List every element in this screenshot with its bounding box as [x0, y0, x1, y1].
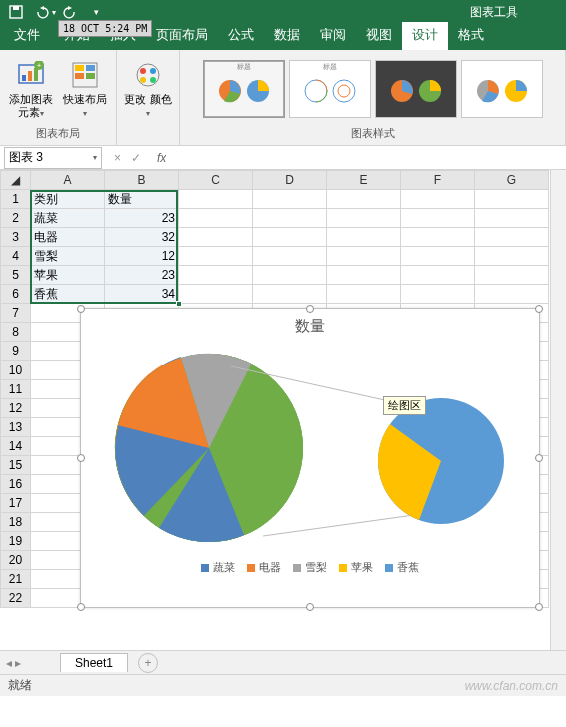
- embedded-chart[interactable]: 数量 绘图区: [80, 308, 540, 608]
- resize-handle-tr[interactable]: [535, 305, 543, 313]
- cell-A6[interactable]: 香蕉: [31, 285, 105, 304]
- cell-G1[interactable]: [475, 190, 549, 209]
- cell-G6[interactable]: [475, 285, 549, 304]
- row-header-16[interactable]: 16: [1, 475, 31, 494]
- col-header-E[interactable]: E: [327, 171, 401, 190]
- row-header-12[interactable]: 12: [1, 399, 31, 418]
- formula-cancel-icon[interactable]: ×: [114, 151, 121, 165]
- cell-B6[interactable]: 34: [105, 285, 179, 304]
- row-header-2[interactable]: 2: [1, 209, 31, 228]
- cell-C5[interactable]: [179, 266, 253, 285]
- sheet-tab-1[interactable]: Sheet1: [60, 653, 128, 672]
- row-header-9[interactable]: 9: [1, 342, 31, 361]
- chart-style-1[interactable]: 标题: [203, 60, 285, 118]
- col-header-F[interactable]: F: [401, 171, 475, 190]
- row-header-13[interactable]: 13: [1, 418, 31, 437]
- chart-title[interactable]: 数量: [81, 309, 539, 336]
- main-pie-chart[interactable]: [99, 336, 319, 556]
- sheet-nav-buttons[interactable]: ◂ ▸: [6, 656, 21, 670]
- tab-design[interactable]: 设计: [402, 22, 448, 50]
- tab-file[interactable]: 文件: [0, 22, 54, 50]
- cell-A4[interactable]: 雪梨: [31, 247, 105, 266]
- resize-handle-tm[interactable]: [306, 305, 314, 313]
- vertical-scrollbar[interactable]: [550, 170, 566, 650]
- col-header-C[interactable]: C: [179, 171, 253, 190]
- tab-formulas[interactable]: 公式: [218, 22, 264, 50]
- cell-E1[interactable]: [327, 190, 401, 209]
- cell-B4[interactable]: 12: [105, 247, 179, 266]
- cell-F5[interactable]: [401, 266, 475, 285]
- formula-confirm-icon[interactable]: ✓: [131, 151, 141, 165]
- cell-D2[interactable]: [253, 209, 327, 228]
- name-box[interactable]: 图表 3 ▾: [4, 147, 102, 169]
- row-header-11[interactable]: 11: [1, 380, 31, 399]
- row-header-5[interactable]: 5: [1, 266, 31, 285]
- row-header-14[interactable]: 14: [1, 437, 31, 456]
- cell-A5[interactable]: 苹果: [31, 266, 105, 285]
- cell-E4[interactable]: [327, 247, 401, 266]
- cell-B1[interactable]: 数量: [105, 190, 179, 209]
- tab-home[interactable]: 开始 18 OCT 5:24 PM: [54, 22, 100, 50]
- tab-view[interactable]: 视图: [356, 22, 402, 50]
- col-header-A[interactable]: A: [31, 171, 105, 190]
- cell-E2[interactable]: [327, 209, 401, 228]
- cell-C2[interactable]: [179, 209, 253, 228]
- cell-G2[interactable]: [475, 209, 549, 228]
- chart-legend[interactable]: 蔬菜 电器 雪梨 苹果 香蕉: [81, 556, 539, 575]
- cell-C3[interactable]: [179, 228, 253, 247]
- undo-caret-icon[interactable]: ▾: [52, 8, 56, 17]
- cell-G5[interactable]: [475, 266, 549, 285]
- quick-layout-button[interactable]: 快速布局▾: [60, 54, 110, 124]
- cell-D6[interactable]: [253, 285, 327, 304]
- cell-D5[interactable]: [253, 266, 327, 285]
- tab-data[interactable]: 数据: [264, 22, 310, 50]
- row-header-21[interactable]: 21: [1, 570, 31, 589]
- row-header-17[interactable]: 17: [1, 494, 31, 513]
- cell-B3[interactable]: 32: [105, 228, 179, 247]
- chart-plot-area[interactable]: 绘图区: [81, 336, 539, 556]
- change-colors-button[interactable]: 更改 颜色▾: [123, 54, 173, 124]
- cell-B5[interactable]: 23: [105, 266, 179, 285]
- cell-A3[interactable]: 电器: [31, 228, 105, 247]
- cell-G3[interactable]: [475, 228, 549, 247]
- add-chart-element-button[interactable]: + 添加图表 元素▾: [6, 54, 56, 124]
- row-header-1[interactable]: 1: [1, 190, 31, 209]
- tab-format[interactable]: 格式: [448, 22, 494, 50]
- row-header-8[interactable]: 8: [1, 323, 31, 342]
- name-box-caret-icon[interactable]: ▾: [93, 153, 97, 162]
- cell-G4[interactable]: [475, 247, 549, 266]
- resize-handle-bm[interactable]: [306, 603, 314, 611]
- cell-E3[interactable]: [327, 228, 401, 247]
- row-header-15[interactable]: 15: [1, 456, 31, 475]
- fill-handle[interactable]: [176, 301, 182, 307]
- formula-input[interactable]: [166, 148, 566, 168]
- row-header-22[interactable]: 22: [1, 589, 31, 608]
- col-header-B[interactable]: B: [105, 171, 179, 190]
- resize-handle-bl[interactable]: [77, 603, 85, 611]
- row-header-20[interactable]: 20: [1, 551, 31, 570]
- cell-F2[interactable]: [401, 209, 475, 228]
- cell-E6[interactable]: [327, 285, 401, 304]
- chart-style-3[interactable]: [375, 60, 457, 118]
- cell-D1[interactable]: [253, 190, 327, 209]
- tab-page-layout[interactable]: 页面布局: [146, 22, 218, 50]
- col-header-G[interactable]: G: [475, 171, 549, 190]
- cell-A2[interactable]: 蔬菜: [31, 209, 105, 228]
- cell-E5[interactable]: [327, 266, 401, 285]
- cell-B2[interactable]: 23: [105, 209, 179, 228]
- col-header-D[interactable]: D: [253, 171, 327, 190]
- row-header-10[interactable]: 10: [1, 361, 31, 380]
- cell-A1[interactable]: 类别: [31, 190, 105, 209]
- cell-D3[interactable]: [253, 228, 327, 247]
- worksheet-grid[interactable]: ◢ A B C D E F G 1类别数量2蔬菜233电器324雪梨125苹果2…: [0, 170, 566, 650]
- add-sheet-button[interactable]: +: [138, 653, 158, 673]
- row-header-4[interactable]: 4: [1, 247, 31, 266]
- tab-review[interactable]: 审阅: [310, 22, 356, 50]
- cell-F4[interactable]: [401, 247, 475, 266]
- cell-C6[interactable]: [179, 285, 253, 304]
- row-header-3[interactable]: 3: [1, 228, 31, 247]
- row-header-18[interactable]: 18: [1, 513, 31, 532]
- row-header-6[interactable]: 6: [1, 285, 31, 304]
- undo-icon[interactable]: [30, 1, 54, 23]
- row-header-7[interactable]: 7: [1, 304, 31, 323]
